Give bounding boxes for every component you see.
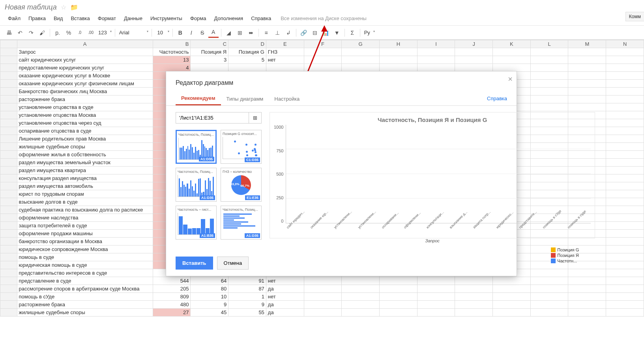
chart-thumb[interactable]: ГНЗ – количество33,3%66,7%E1:E35 xyxy=(221,168,262,202)
cancel-button[interactable]: Отмена xyxy=(217,257,249,270)
dialog-title: Редактор диаграмм xyxy=(166,71,517,91)
chart-preview: Частотность, Позиция Я и Позиция G 10007… xyxy=(270,112,595,238)
menubar: ФайлПравкаВидВставкаФорматДанныеИнструме… xyxy=(0,13,644,26)
header-cell[interactable]: Позиция G xyxy=(228,48,266,56)
redo-icon[interactable]: ↷ xyxy=(26,28,36,38)
print-icon[interactable]: 🖶 xyxy=(4,28,14,38)
menu-Вид[interactable]: Вид xyxy=(51,14,66,23)
legend-item: Частотн... xyxy=(551,259,579,263)
chart-thumb[interactable]: Частотность, Позиц...A1:D35 xyxy=(176,168,217,202)
number-format-select[interactable]: 123 xyxy=(97,29,112,36)
annotation-arrow-head xyxy=(321,25,328,32)
filter-icon[interactable]: ▼ xyxy=(332,28,342,38)
undo-icon[interactable]: ↶ xyxy=(15,28,25,38)
decrease-decimal[interactable]: .0 xyxy=(75,28,85,38)
italic-icon[interactable]: I xyxy=(186,28,197,38)
chart-thumb[interactable]: Частотность, Позиц...A1:D35 xyxy=(221,206,262,240)
functions-icon[interactable]: Σ xyxy=(347,28,358,38)
select-range-icon[interactable]: ⊞ xyxy=(249,112,262,124)
table-row[interactable]: помощь в сУде809101нет xyxy=(0,293,644,301)
tab-recommend[interactable]: Рекомендуем xyxy=(176,91,221,105)
menu-Форма[interactable]: Форма xyxy=(187,14,210,23)
col-header[interactable]: N xyxy=(606,40,644,48)
percent-format[interactable]: % xyxy=(64,28,74,38)
x-axis-title: Запрос xyxy=(274,238,591,243)
col-header[interactable]: G xyxy=(342,40,380,48)
tab-chart-types[interactable]: Типы диаграмм xyxy=(221,92,269,105)
menu-Дополнения[interactable]: Дополнения xyxy=(211,14,246,23)
comments-button[interactable]: Комм xyxy=(625,12,644,21)
close-icon[interactable]: × xyxy=(508,75,513,84)
menu-Справка[interactable]: Справка xyxy=(248,14,274,23)
chart-editor-dialog: × Редактор диаграмм Рекомендуем Типы диа… xyxy=(166,71,517,276)
bold-icon[interactable]: B xyxy=(175,28,185,38)
font-size-select[interactable]: 10 xyxy=(154,29,170,36)
col-header[interactable]: F xyxy=(304,40,342,48)
insert-button[interactable]: Вставить xyxy=(176,257,213,270)
input-lang-select[interactable]: Ру xyxy=(363,29,376,36)
borders-icon[interactable]: ⊞ xyxy=(235,28,245,38)
table-row[interactable]: расторжение брака48099да xyxy=(0,301,644,309)
col-header[interactable]: E xyxy=(266,40,304,48)
legend-item: Позиция G xyxy=(551,247,579,252)
table-row[interactable]: предоставление юридических услуг4 xyxy=(0,64,644,72)
col-header[interactable]: J xyxy=(455,40,493,48)
table-row[interactable]: рассмотрение споров в арбитражном суде М… xyxy=(0,285,644,293)
header-cell[interactable]: ГНЗ xyxy=(266,48,304,56)
header-cell[interactable]: Частотность xyxy=(153,48,191,56)
table-row[interactable]: жилищные судебные споры274555да xyxy=(0,309,644,317)
chart-thumb[interactable]: Частотность – гист...A1:B35 xyxy=(176,206,217,240)
folder-icon[interactable]: 📁 xyxy=(70,4,78,11)
range-input[interactable] xyxy=(176,112,249,124)
table-row[interactable]: представление в суде5446491нет xyxy=(0,277,644,285)
chart-title: Частотность, Позиция Я и Позиция G xyxy=(274,116,591,123)
fill-color-icon[interactable]: ◢ xyxy=(224,28,234,38)
menu-Вставка[interactable]: Вставка xyxy=(67,14,93,23)
star-icon[interactable]: ☆ xyxy=(61,4,66,11)
font-select[interactable]: Arial xyxy=(118,29,149,36)
col-header[interactable]: I xyxy=(417,40,455,48)
menu-Инструменты[interactable]: Инструменты xyxy=(147,14,185,23)
menu-Данные[interactable]: Данные xyxy=(121,14,146,23)
col-header[interactable]: L xyxy=(530,40,568,48)
col-header[interactable]: A xyxy=(17,40,153,48)
menu-Формат[interactable]: Формат xyxy=(95,14,119,23)
menu-Правка[interactable]: Правка xyxy=(25,14,49,23)
col-header[interactable]: B xyxy=(153,40,191,48)
legend-item: Позиция Я xyxy=(551,253,579,258)
col-header[interactable]: M xyxy=(568,40,606,48)
paint-format-icon[interactable]: 🖌 xyxy=(37,28,47,38)
menu-Файл[interactable]: Файл xyxy=(5,14,24,23)
wrap-icon[interactable]: ↲ xyxy=(283,28,294,38)
valign-icon[interactable]: ⊥ xyxy=(272,28,283,38)
help-link[interactable]: Справка xyxy=(487,92,507,105)
text-color-icon[interactable]: A xyxy=(208,28,219,38)
col-header[interactable]: D xyxy=(228,40,266,48)
comment-icon[interactable]: ⊟ xyxy=(310,28,320,38)
strikethrough-icon[interactable]: S xyxy=(197,28,208,38)
table-row[interactable]: сайт юридических услуг1335нет xyxy=(0,56,644,64)
link-icon[interactable]: 🔗 xyxy=(299,28,309,38)
chart-thumb[interactable]: Частотность, Позиц...A1:D35 xyxy=(176,130,217,164)
chart-thumb[interactable]: Позиция G относит...C1:D35 xyxy=(221,130,262,164)
save-status: Все изменения на Диске сохранены xyxy=(281,15,367,21)
doc-title[interactable]: Новая таблица xyxy=(5,3,57,11)
halign-icon[interactable]: ≡ xyxy=(261,28,271,38)
col-header[interactable]: K xyxy=(493,40,531,48)
tab-customize[interactable]: Настройка xyxy=(269,92,305,105)
header-cell[interactable]: Позиция Я xyxy=(191,48,228,56)
currency-format[interactable]: р. xyxy=(52,28,63,38)
col-header[interactable]: C xyxy=(191,40,228,48)
col-header[interactable]: H xyxy=(379,40,417,48)
merge-icon[interactable]: ⬌ xyxy=(246,28,256,38)
header-cell[interactable]: Запрос xyxy=(17,48,153,56)
increase-decimal[interactable]: .00 xyxy=(86,28,96,38)
